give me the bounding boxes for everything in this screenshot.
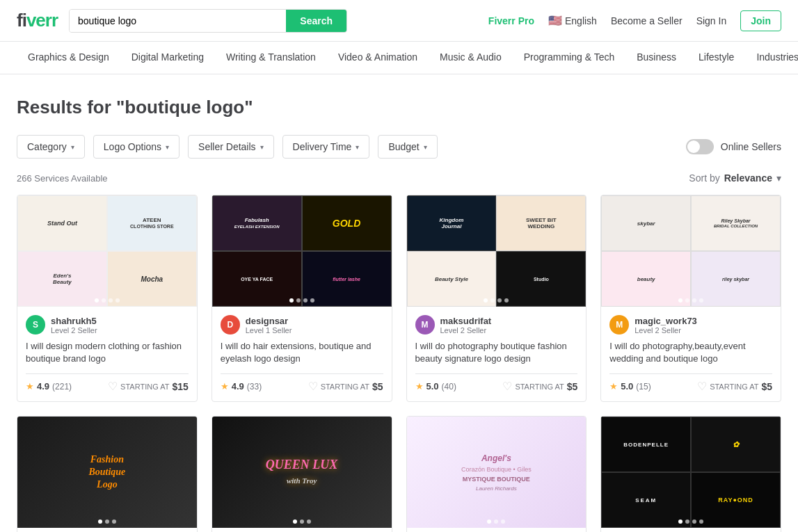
card-footer-4: ★ 5.0 (15) ♡ STARTING AT $5 [609, 373, 772, 393]
img-cell: ATEENCLOTHING STORE [107, 195, 197, 251]
flag-icon: 🇺🇸 [548, 14, 562, 27]
image-dots [289, 298, 314, 303]
img-cell: Riley SkybarBRIDAL COLLECTION [691, 195, 781, 251]
img-cell: GOLD [302, 195, 392, 251]
rating-4: ★ 5.0 (15) [609, 381, 651, 392]
seller-name-level-1: shahrukh5 Level 2 Seller [51, 316, 189, 334]
seller-name-2: designsar [246, 316, 383, 326]
fiverr-pro-link[interactable]: Fiverr Pro [488, 15, 534, 26]
img-cell: flutter lashe [302, 251, 392, 307]
header: fiverr boutique logo Search Fiverr Pro 🇺… [0, 0, 798, 42]
nav-item-lifestyle[interactable]: Lifestyle [687, 42, 745, 74]
logo-options-label: Logo Options [104, 141, 161, 152]
nav-item-writing[interactable]: Writing & Translation [215, 42, 327, 74]
image-dots-6 [293, 519, 311, 524]
seller-details-chevron-icon: ▾ [260, 143, 264, 151]
service-card-1[interactable]: Stand Out ATEENCLOTHING STORE Eden'sBeau… [17, 195, 198, 402]
rating-2: ★ 4.9 (33) [221, 381, 262, 392]
language-selector[interactable]: 🇺🇸 English [548, 14, 597, 27]
seller-info-2: D designsar Level 1 Seller [221, 315, 383, 334]
favorite-button-4[interactable]: ♡ [697, 380, 707, 393]
become-seller-link[interactable]: Become a Seller [611, 15, 683, 26]
sort-by-dropdown[interactable]: Sort by Relevance ▾ [689, 172, 781, 184]
logo-text: fi [17, 10, 26, 31]
rating-score-4: 5.0 [621, 381, 633, 392]
starting-at-1: STARTING AT [120, 382, 169, 391]
budget-chevron-icon: ▾ [424, 143, 427, 151]
price-info-4: ♡ STARTING AT $5 [697, 380, 772, 393]
star-icon-4: ★ [609, 381, 618, 392]
service-card-6[interactable]: QUEEN LUXwith Troy Q queenlux Level 1 Se… [212, 416, 392, 532]
cards-grid: Stand Out ATEENCLOTHING STORE Eden'sBeau… [17, 195, 781, 532]
card-image-8: BODENPELLE ✿ SEAM RAY●OND [601, 417, 781, 528]
nav-item-marketing[interactable]: Digital Marketing [120, 42, 215, 74]
seller-info-3: M maksudrifat Level 2 Seller [415, 315, 578, 334]
favorite-button-2[interactable]: ♡ [308, 380, 318, 393]
starting-at-3: STARTING AT [515, 382, 564, 391]
favorite-button-1[interactable]: ♡ [108, 380, 118, 393]
online-sellers-toggle[interactable] [686, 139, 714, 154]
card-body-6: Q queenlux Level 1 Seller Queen Lux Logo… [212, 528, 392, 532]
seller-details-filter[interactable]: Seller Details ▾ [188, 135, 273, 159]
price-info-2: ♡ STARTING AT $5 [308, 380, 383, 393]
service-card-4[interactable]: skybar Riley SkybarBRIDAL COLLECTION bea… [600, 195, 781, 402]
price-info-3: ♡ STARTING AT $5 [502, 380, 577, 393]
rating-score-2: 4.9 [232, 381, 244, 392]
nav-item-music[interactable]: Music & Audio [429, 42, 513, 74]
card-image-7: Angel's Corazón Boutique • Giles MYSTIQU… [407, 417, 586, 528]
img-cell: Stand Out [17, 195, 107, 251]
category-filter[interactable]: Category ▾ [17, 135, 85, 159]
nav-item-graphics[interactable]: Graphics & Design [17, 42, 120, 74]
img-cell-8a: BODENPELLE [601, 417, 691, 472]
logo-options-filter[interactable]: Logo Options ▾ [93, 135, 179, 159]
img-cell: Beauty Style [407, 251, 497, 307]
budget-filter[interactable]: Budget ▾ [378, 135, 437, 159]
img-cell: Eden'sBeauty [17, 251, 107, 307]
seller-name-1: shahrukh5 [51, 316, 189, 326]
card-image-3: KingdomJournal SWEET BITWEDDING Beauty S… [407, 195, 586, 307]
price-2: $5 [372, 381, 383, 392]
image-dots-8 [678, 519, 703, 524]
image-dots [678, 298, 703, 303]
sign-in-link[interactable]: Sign In [696, 15, 727, 26]
sort-label: Sort by [689, 172, 719, 184]
card-body-4: M magic_work73 Level 2 Seller I will do … [601, 307, 781, 401]
rating-count-2: (33) [247, 382, 262, 392]
card-image-1: Stand Out ATEENCLOTHING STORE Eden'sBeau… [17, 195, 197, 307]
rating-count-1: (221) [52, 382, 72, 392]
nav-item-programming[interactable]: Programming & Tech [513, 42, 625, 74]
nav-item-industries[interactable]: Industries [745, 42, 798, 74]
starting-at-2: STARTING AT [321, 382, 369, 391]
sort-chevron-icon: ▾ [776, 172, 781, 184]
card-body-2: D designsar Level 1 Seller I will do hai… [212, 307, 392, 401]
seller-name-level-3: maksudrifat Level 2 Seller [440, 316, 578, 334]
search-button[interactable]: Search [286, 10, 346, 32]
delivery-time-filter[interactable]: Delivery Time ▾ [282, 135, 370, 159]
service-card-2[interactable]: FabulashEYELASH EXTENSION GOLD OYE YA FA… [212, 195, 392, 402]
language-label: English [565, 15, 597, 26]
rating-score-3: 5.0 [426, 381, 439, 392]
nav-item-business[interactable]: Business [625, 42, 687, 74]
star-icon-3: ★ [415, 381, 424, 392]
seller-info-1: S shahrukh5 Level 2 Seller [26, 315, 189, 334]
img-cell: Mocha [107, 251, 197, 307]
nav-item-video[interactable]: Video & Animation [327, 42, 429, 74]
search-input[interactable]: boutique logo [70, 10, 286, 32]
img-cell: FabulashEYELASH EXTENSION [212, 195, 302, 251]
avatar-3: M [415, 315, 435, 334]
img-cell: skybar [601, 195, 691, 251]
rating-count-3: (40) [442, 382, 456, 392]
join-button[interactable]: Join [740, 10, 781, 31]
card-desc-2: I will do hair extensions, boutique and … [221, 340, 383, 368]
service-card-7[interactable]: Angel's Corazón Boutique • Giles MYSTIQU… [406, 416, 587, 532]
sort-value: Relevance [724, 172, 772, 184]
logo[interactable]: fiverr [17, 10, 58, 31]
favorite-button-3[interactable]: ♡ [502, 380, 512, 393]
service-card-5[interactable]: FashionBoutiqueLogo F fashionlogo Level … [17, 416, 198, 532]
service-card-3[interactable]: KingdomJournal SWEET BITWEDDING Beauty S… [406, 195, 587, 402]
price-3: $5 [567, 381, 578, 392]
card-body-1: S shahrukh5 Level 2 Seller I will design… [17, 307, 197, 401]
card-footer-2: ★ 4.9 (33) ♡ STARTING AT $5 [221, 373, 383, 393]
seller-level-4: Level 2 Seller [635, 326, 772, 334]
service-card-8[interactable]: BODENPELLE ✿ SEAM RAY●OND [600, 416, 781, 532]
